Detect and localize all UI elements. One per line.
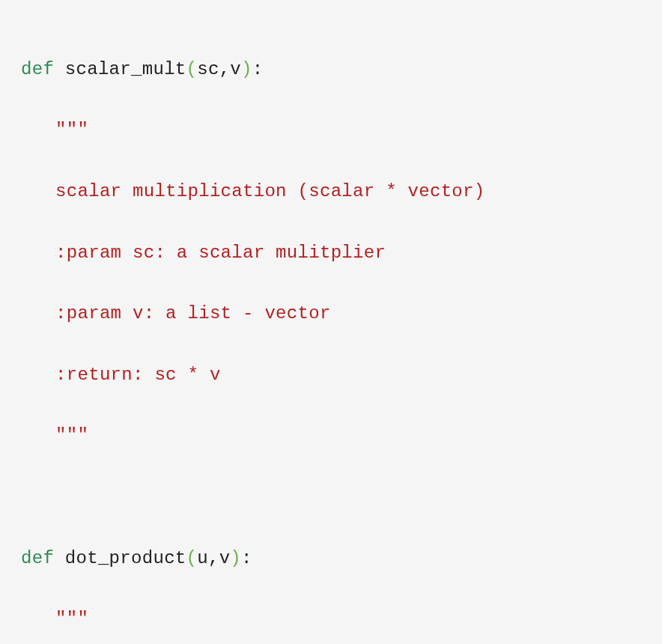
docstring-text: :return: sc * v [55,365,221,385]
paren-close: ) [230,548,241,568]
paren-open: ( [186,59,198,79]
colon: : [252,59,264,79]
paren-close: ) [241,59,252,79]
docstring-text: :param v: a list - vector [55,303,331,323]
def-keyword: def [21,59,54,79]
def-keyword: def [21,548,54,568]
docstring-close: """ [55,425,88,446]
colon: : [241,548,252,568]
docstring-open: """ [55,609,88,629]
function-params: sc,v [197,59,241,79]
docstring-line: :param v: a list - vector [21,299,641,329]
function-name: dot_product [65,548,186,568]
docstring-open: """ [55,120,88,140]
docstring-text: scalar multiplication (scalar * vector) [55,181,485,201]
paren-open: ( [186,548,198,568]
docstring-line: """ [21,421,641,452]
docstring-line: """ [21,604,641,635]
docstring-line: :param sc: a scalar mulitplier [21,238,641,269]
function-def-line: def scalar_mult(sc,v): [21,55,641,85]
code-block: def scalar_mult(sc,v): """ scalar multip… [21,24,641,644]
docstring-line: :return: sc * v [21,360,641,391]
docstring-text: :param sc: a scalar mulitplier [55,243,386,263]
docstring-line: scalar multiplication (scalar * vector) [21,177,641,207]
function-name: scalar_mult [65,59,186,79]
blank-line [21,482,641,513]
docstring-line: """ [21,115,641,146]
function-def-line: def dot_product(u,v): [21,544,641,574]
function-params: u,v [197,548,230,568]
